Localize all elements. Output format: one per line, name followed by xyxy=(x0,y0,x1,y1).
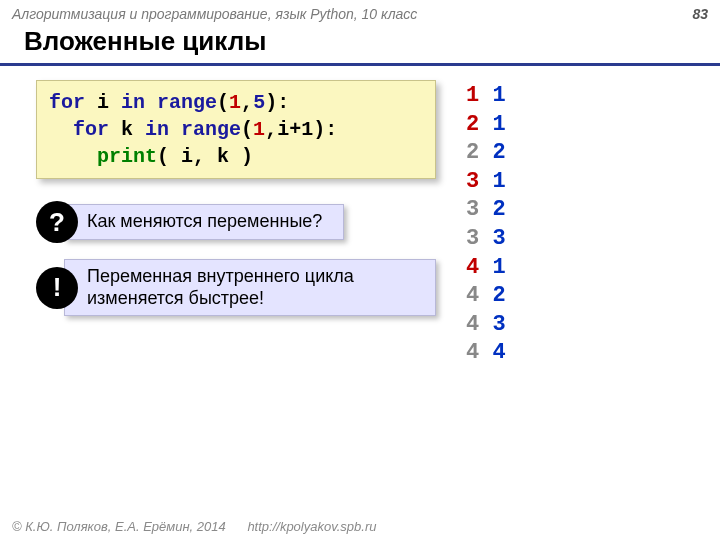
literal-number: 5 xyxy=(253,91,265,114)
output-k: 2 xyxy=(479,140,505,165)
code-space xyxy=(145,91,157,114)
output-i: 2 xyxy=(466,112,479,137)
code-block: for i in range(1,5): for k in range(1,i+… xyxy=(36,80,436,179)
output-i: 4 xyxy=(466,312,479,337)
header-bar: Алгоритмизация и программирование, язык … xyxy=(0,0,720,24)
page-number: 83 xyxy=(692,6,708,22)
keyword-in: in xyxy=(145,118,169,141)
code-text: ( i, k ) xyxy=(157,145,253,168)
exclaim-text: Переменная внутреннего цикла изменяется … xyxy=(64,259,436,316)
question-badge: ? xyxy=(36,201,78,243)
code-indent xyxy=(49,118,73,141)
output-k: 1 xyxy=(479,112,505,137)
code-text: ): xyxy=(265,91,289,114)
question-callout: ? Как меняются переменные? xyxy=(36,201,436,243)
footer: © К.Ю. Поляков, Е.А. Ерёмин, 2014 http:/… xyxy=(12,519,376,534)
course-label: Алгоритмизация и программирование, язык … xyxy=(12,6,417,22)
keyword-range: range xyxy=(157,91,217,114)
output-i: 2 xyxy=(466,140,479,165)
question-text: Как меняются переменные? xyxy=(64,204,344,240)
keyword-print: print xyxy=(97,145,157,168)
exclaim-callout: ! Переменная внутреннего цикла изменяетс… xyxy=(36,259,436,316)
keyword-for: for xyxy=(73,118,109,141)
right-column: 1 12 12 23 13 23 34 14 24 34 4 xyxy=(466,80,696,368)
output-i: 4 xyxy=(466,255,479,280)
output-i: 4 xyxy=(466,283,479,308)
output-k: 4 xyxy=(479,340,505,365)
code-text: ,i+1): xyxy=(265,118,337,141)
code-text: i xyxy=(85,91,121,114)
output-k: 2 xyxy=(479,283,505,308)
content-area: for i in range(1,5): for k in range(1,i+… xyxy=(0,80,720,368)
output-i: 4 xyxy=(466,340,479,365)
code-indent xyxy=(49,145,97,168)
page-title: Вложенные циклы xyxy=(0,24,720,66)
output-i: 3 xyxy=(466,197,479,222)
code-text: k xyxy=(109,118,145,141)
exclaim-badge: ! xyxy=(36,267,78,309)
code-space xyxy=(169,118,181,141)
keyword-range: range xyxy=(181,118,241,141)
output-k: 1 xyxy=(479,169,505,194)
keyword-for: for xyxy=(49,91,85,114)
code-text: ( xyxy=(217,91,229,114)
code-text: , xyxy=(241,91,253,114)
output-i: 1 xyxy=(466,83,479,108)
output-i: 3 xyxy=(466,226,479,251)
left-column: for i in range(1,5): for k in range(1,i+… xyxy=(36,80,436,368)
output-k: 3 xyxy=(479,226,505,251)
output-i: 3 xyxy=(466,169,479,194)
keyword-in: in xyxy=(121,91,145,114)
footer-url: http://kpolyakov.spb.ru xyxy=(247,519,376,534)
copyright: © К.Ю. Поляков, Е.А. Ерёмин, 2014 xyxy=(12,519,226,534)
output-k: 1 xyxy=(479,83,505,108)
code-text: ( xyxy=(241,118,253,141)
literal-number: 1 xyxy=(253,118,265,141)
output-k: 2 xyxy=(479,197,505,222)
literal-number: 1 xyxy=(229,91,241,114)
output-k: 3 xyxy=(479,312,505,337)
output-k: 1 xyxy=(479,255,505,280)
program-output: 1 12 12 23 13 23 34 14 24 34 4 xyxy=(466,80,696,368)
